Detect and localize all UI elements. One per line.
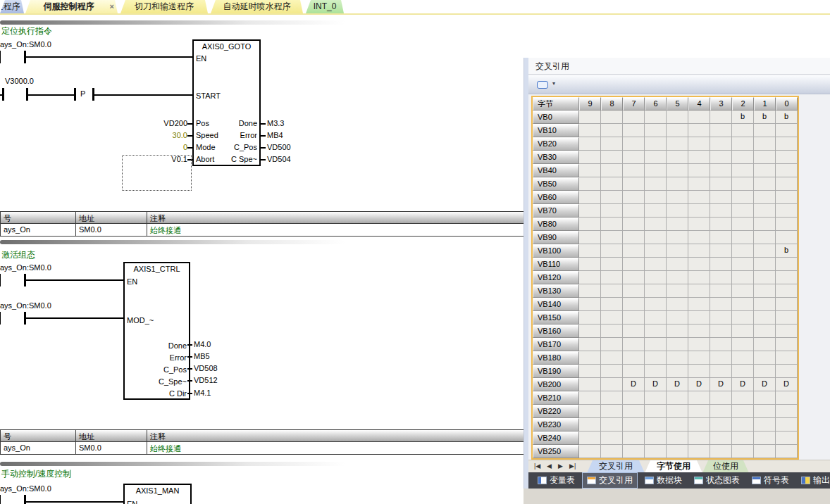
view-button-data-block[interactable]: 数据块 [640,472,687,489]
row-header[interactable]: VB120 [533,271,579,284]
usage-cell[interactable] [623,244,645,258]
usage-cell[interactable] [688,124,710,137]
usage-cell[interactable] [667,431,688,445]
usage-cell[interactable] [579,325,601,338]
usage-cell[interactable]: b [776,111,798,124]
usage-cell[interactable] [754,164,776,177]
usage-cell[interactable] [645,405,667,418]
row-header[interactable]: VB20 [533,137,579,151]
usage-cell[interactable] [645,431,667,445]
usage-cell[interactable] [776,325,798,338]
usage-cell[interactable]: b [754,111,776,124]
usage-cell[interactable] [754,151,776,164]
usage-cell[interactable] [645,351,667,365]
operand-error[interactable]: MB4 [267,131,283,139]
usage-cell[interactable] [776,445,798,458]
usage-cell[interactable] [623,391,645,405]
usage-cell[interactable] [710,177,732,191]
usage-cell[interactable] [579,231,601,244]
usage-cell[interactable] [710,391,732,405]
usage-cell[interactable] [579,298,601,311]
usage-cell[interactable] [645,271,667,284]
usage-cell[interactable] [579,191,601,204]
usage-cell[interactable] [710,351,732,365]
usage-cell[interactable] [601,298,623,311]
usage-cell[interactable] [667,271,688,284]
contact-bar[interactable] [2,88,4,101]
usage-cell[interactable] [688,391,710,405]
usage-cell[interactable] [645,365,667,378]
usage-cell[interactable] [645,244,667,258]
usage-cell[interactable] [776,218,798,231]
first-sheet-button[interactable]: |◀ [534,462,540,470]
usage-cell[interactable] [579,244,601,258]
usage-cell[interactable] [601,137,623,151]
row-header[interactable]: VB250 [533,445,579,458]
usage-cell[interactable]: D [688,378,710,391]
usage-cell[interactable] [710,231,732,244]
view-button-status-chart[interactable]: 状态图表 [689,472,745,489]
usage-cell[interactable] [645,311,667,325]
usage-cell[interactable] [776,338,798,351]
usage-cell[interactable] [579,124,601,137]
usage-cell[interactable] [710,311,732,325]
usage-cell[interactable] [667,124,688,137]
row-header[interactable]: VB170 [533,338,579,351]
usage-cell[interactable] [579,431,601,445]
operand-cpos[interactable]: VD500 [267,143,291,151]
usage-cell[interactable] [754,311,776,325]
usage-cell[interactable] [579,164,601,177]
chevron-down-icon[interactable]: ▾ [552,80,555,87]
close-icon[interactable]: × [110,0,114,13]
usage-cell[interactable] [754,325,776,338]
operand-pos[interactable]: VD200 [145,119,187,127]
edge-contact-bar[interactable] [74,88,76,101]
usage-cell[interactable] [579,151,601,164]
usage-cell[interactable] [776,365,798,378]
usage-cell[interactable] [688,151,710,164]
usage-cell[interactable] [579,391,601,405]
usage-cell[interactable] [732,311,754,325]
usage-cell[interactable] [667,311,688,325]
operand-cspe[interactable]: VD504 [267,155,291,163]
usage-cell[interactable] [601,204,623,218]
view-button-symbol-table[interactable]: 符号表 [747,472,794,489]
usage-cell[interactable] [667,325,688,338]
usage-cell[interactable] [601,445,623,458]
usage-cell[interactable] [667,391,688,405]
tab-servo-control-program[interactable]: 伺服控制程序 × [25,0,118,13]
axis0-goto-block[interactable]: AXIS0_GOTO EN START Pos Speed Mode Abort… [192,39,261,166]
row-header[interactable]: VB60 [533,191,579,204]
usage-cell[interactable] [601,191,623,204]
usage-cell[interactable] [667,298,688,311]
usage-cell[interactable] [776,284,798,298]
usage-cell[interactable] [732,284,754,298]
usage-cell[interactable] [579,177,601,191]
usage-cell[interactable] [776,431,798,445]
usage-cell[interactable]: D [710,378,732,391]
usage-cell[interactable] [732,244,754,258]
usage-cell[interactable] [754,445,776,458]
usage-cell[interactable] [601,258,623,271]
prev-sheet-button[interactable]: ◀ [547,462,552,470]
tab-cutter-conveyor-program[interactable]: 切刀和输送程序 [120,0,208,13]
usage-cell[interactable] [776,418,798,431]
usage-cell[interactable] [710,405,732,418]
usage-cell[interactable] [776,164,798,177]
usage-cell[interactable] [645,258,667,271]
usage-cell[interactable] [667,218,688,231]
usage-cell[interactable] [710,258,732,271]
usage-cell[interactable] [776,298,798,311]
usage-cell[interactable] [688,298,710,311]
usage-cell[interactable] [776,351,798,365]
contact-bar[interactable] [0,495,1,504]
usage-cell[interactable]: D [645,378,667,391]
usage-cell[interactable] [601,391,623,405]
row-header[interactable]: VB220 [533,405,579,418]
usage-cell[interactable] [688,218,710,231]
usage-cell[interactable] [601,244,623,258]
usage-cell[interactable] [667,418,688,431]
usage-cell[interactable] [776,231,798,244]
usage-cell[interactable] [579,405,601,418]
usage-cell[interactable] [776,124,798,137]
